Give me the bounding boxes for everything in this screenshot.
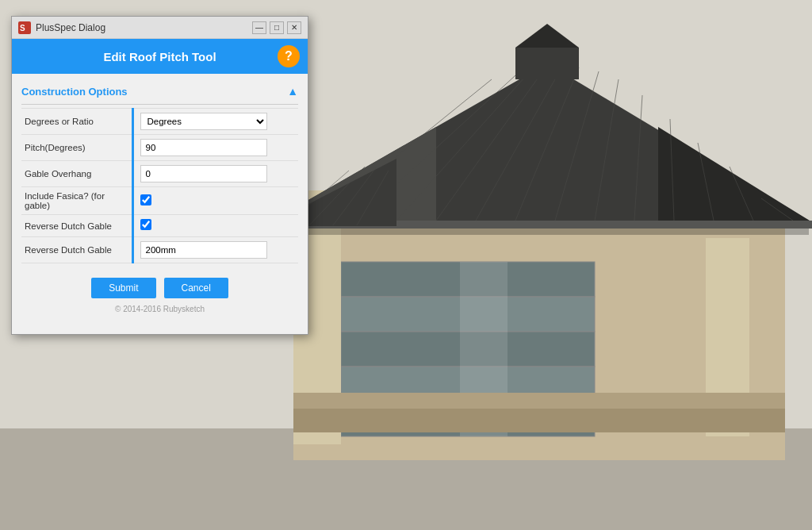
field-value-pitch-degrees [132,135,298,161]
field-label-reverse-dutch-gable-value: Reverse Dutch Gable [21,237,132,263]
svg-rect-33 [293,229,809,235]
table-row: Reverse Dutch Gable [21,215,298,237]
svg-rect-12 [293,393,785,409]
pitch-degrees-input[interactable] [140,139,267,156]
title-bar: S PlusSpec Dialog — □ ✕ [12,17,308,39]
submit-button[interactable]: Submit [91,278,155,298]
buttons-row: Submit Cancel [21,278,298,298]
minimize-button[interactable]: — [252,21,266,34]
table-row: Degrees or Ratio Degrees Ratio [21,109,298,135]
table-row: Include Fasica? (for gable) [21,187,298,215]
dialog-body: Construction Options ▲ Degrees or Ratio … [12,74,308,334]
copyright-text: © 2014-2016 Rubysketch [115,305,205,313]
dialog-title: Edit Roof Pitch Tool [103,50,216,63]
dialog-footer: © 2014-2016 Rubysketch [21,298,298,321]
field-value-degrees-or-ratio: Degrees Ratio [132,109,298,135]
form-table: Degrees or Ratio Degrees Ratio Pitch(Deg… [21,108,298,263]
gable-overhang-input[interactable] [140,165,267,182]
window-title: PlusSpec Dialog [36,22,252,33]
field-label-degrees-or-ratio: Degrees or Ratio [21,109,132,135]
app-icon: S [18,21,31,34]
reverse-dutch-gable-input[interactable] [140,241,267,259]
field-label-pitch-degrees: Pitch(Degrees) [21,135,132,161]
table-row: Reverse Dutch Gable [21,237,298,263]
svg-text:S: S [20,24,25,33]
help-button[interactable]: ? [278,45,300,67]
table-row: Gable Overhang [21,161,298,187]
section-header: Construction Options ▲ [21,80,298,105]
maximize-button[interactable]: □ [270,21,284,34]
collapse-button[interactable]: ▲ [287,85,298,98]
field-label-include-fasica: Include Fasica? (for gable) [21,187,132,215]
close-button[interactable]: ✕ [287,21,301,34]
svg-rect-13 [293,409,785,432]
degrees-or-ratio-select[interactable]: Degrees Ratio [140,113,267,130]
section-title: Construction Options [21,86,128,98]
window-controls: — □ ✕ [252,21,301,34]
dialog-window: S PlusSpec Dialog — □ ✕ Edit Roof Pitch … [11,16,308,335]
header-bar: Edit Roof Pitch Tool ? [12,39,308,74]
cancel-button[interactable]: Cancel [164,278,228,298]
field-value-include-fasica [132,187,298,215]
field-value-reverse-dutch-gable-check [132,215,298,237]
svg-rect-30 [515,48,579,79]
field-label-reverse-dutch-gable-check: Reverse Dutch Gable [21,215,132,237]
field-value-reverse-dutch-gable-value [132,237,298,263]
reverse-dutch-gable-checkbox[interactable] [140,219,151,230]
include-fasica-checkbox[interactable] [140,194,151,205]
table-row: Pitch(Degrees) [21,135,298,161]
field-value-gable-overhang [132,161,298,187]
field-label-gable-overhang: Gable Overhang [21,161,132,187]
